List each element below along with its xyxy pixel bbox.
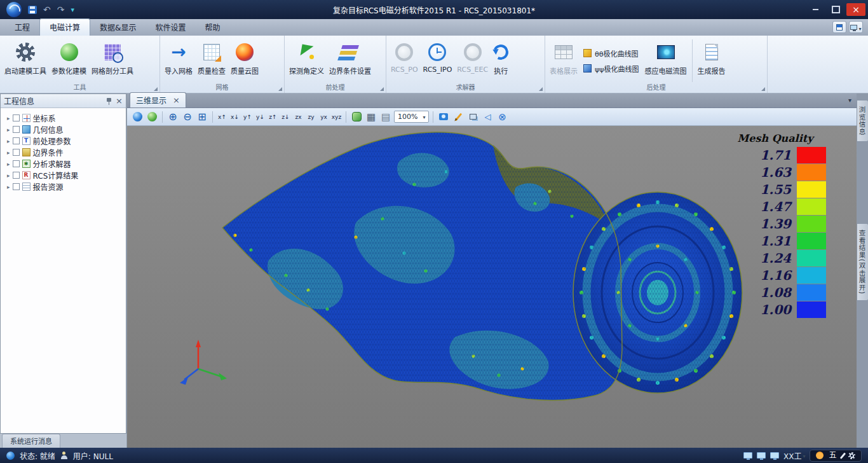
view-zx-button[interactable]: zx [293, 111, 304, 123]
psi-polarization-curve-button[interactable]: ψψ极化曲线图 [583, 64, 639, 74]
capture-icon[interactable] [437, 111, 450, 123]
tab-data-display[interactable]: 数据&显示 [90, 19, 146, 36]
display-icon[interactable] [770, 452, 779, 459]
mesh-partition-tool-button[interactable]: 网格剖分工具 [90, 38, 135, 83]
expand-arrow-icon[interactable] [7, 159, 10, 168]
browse-info-vertical-tab[interactable]: 浏览信息 [857, 100, 868, 142]
tab-settings[interactable]: 软件设置 [146, 19, 195, 36]
checkbox[interactable] [13, 160, 20, 167]
panel-toggle-icon[interactable] [832, 21, 846, 33]
wireframe-view-icon[interactable] [365, 111, 377, 123]
expand-arrow-icon[interactable] [7, 148, 10, 156]
ime-toolbar[interactable]: 五 [810, 450, 862, 462]
view-x-down-button[interactable]: x↓ [229, 111, 240, 123]
ribbon-group-label-postprocess: 后处理 [545, 83, 767, 93]
view-iso-button[interactable]: xyz [331, 111, 342, 123]
app-logo-icon[interactable] [6, 2, 22, 17]
export-view-icon[interactable] [481, 111, 494, 123]
view-results-vertical-tab[interactable]: 查看结果(双击展开) [857, 223, 868, 301]
tab-list-chevron-icon[interactable] [848, 93, 851, 105]
expand-arrow-icon[interactable] [7, 125, 10, 134]
orbit-icon[interactable] [131, 111, 144, 123]
minimize-button[interactable] [806, 3, 825, 16]
close-panel-icon[interactable] [116, 97, 123, 106]
left-column: 工程信息 坐标系 几何信息 [0, 93, 127, 448]
display-mode-icon[interactable] [849, 21, 863, 33]
view-z-down-button[interactable]: z↓ [280, 111, 291, 123]
tree-item-coordinate-system[interactable]: 坐标系 [2, 112, 125, 123]
view-zy-button[interactable]: zy [306, 111, 316, 123]
layers-icon[interactable] [466, 111, 479, 123]
tab-help[interactable]: 帮助 [195, 19, 229, 36]
checkbox[interactable] [13, 172, 20, 179]
tree-item-analysis-solver[interactable]: 分析求解器 [2, 158, 125, 169]
measure-pen-icon[interactable] [452, 111, 465, 123]
expand-arrow-icon[interactable] [7, 136, 10, 145]
launch-modeling-tool-button[interactable]: 启动建模工具 [3, 38, 48, 83]
import-mesh-button[interactable]: 导入网格 [163, 38, 194, 83]
checkbox[interactable] [13, 183, 20, 190]
tray-label[interactable]: XX工 [783, 450, 805, 461]
toolbar-separator [162, 111, 163, 123]
zoom-in-icon[interactable] [166, 111, 179, 123]
ime-pen-icon[interactable] [839, 452, 845, 459]
ime-mode-label[interactable]: 五 [829, 452, 836, 459]
undo-icon[interactable]: ↶ [43, 5, 51, 14]
induced-current-map-button[interactable]: 感应电磁流图 [643, 38, 689, 83]
zoom-window-icon[interactable] [196, 111, 208, 123]
display-icon[interactable] [757, 452, 766, 459]
execute-button[interactable]: 执行 [491, 38, 510, 83]
rcs-ipo-button[interactable]: RCS_IPO [421, 38, 454, 83]
checkbox[interactable] [13, 126, 20, 133]
legend-swatch [797, 181, 826, 198]
generate-report-button[interactable]: 生成报告 [696, 38, 728, 83]
toolbar-separator [212, 111, 213, 123]
system-message-tab[interactable]: 系统运行消息 [2, 434, 60, 448]
view-yx-button[interactable]: yx [318, 111, 329, 123]
quick-access-caret-icon[interactable]: ▾ [71, 6, 74, 14]
checkbox[interactable] [13, 149, 20, 156]
tab-project[interactable]: 工程 [5, 19, 39, 36]
tree-item-boundary-conditions[interactable]: 边界条件 [2, 146, 125, 158]
expand-arrow-icon[interactable] [7, 182, 10, 191]
view-z-up-button[interactable]: z↑ [268, 111, 278, 123]
view-y-down-button[interactable]: y↓ [255, 111, 266, 123]
zoom-out-icon[interactable] [181, 111, 194, 123]
view-x-up-button[interactable]: x↑ [217, 111, 227, 123]
quality-check-button[interactable]: 质量检查 [196, 38, 227, 83]
tree-item-preprocess-params[interactable]: 前处理参数 [2, 135, 125, 146]
quality-contour-button[interactable]: 质量云图 [229, 38, 261, 83]
save-icon[interactable] [28, 6, 37, 14]
checkbox[interactable] [13, 137, 20, 144]
redo-icon[interactable]: ↷ [57, 5, 65, 14]
parametric-modeling-button[interactable]: 参数化建模 [50, 38, 88, 83]
tree-item-report-resources[interactable]: 报告资源 [2, 181, 125, 192]
theta-polarization-curve-button[interactable]: θθ极化曲线图 [583, 48, 639, 59]
user-icon [60, 452, 68, 459]
3d-display-tab[interactable]: 三维显示 [130, 92, 186, 107]
maximize-button[interactable] [826, 3, 845, 16]
expand-arrow-icon[interactable] [7, 113, 10, 122]
close-button[interactable] [846, 3, 865, 16]
shaded-ball-icon[interactable] [146, 111, 158, 123]
close-tab-icon[interactable] [173, 96, 180, 105]
grid-view-icon[interactable] [379, 111, 392, 123]
close-view-icon[interactable] [496, 111, 508, 123]
display-icon[interactable] [743, 452, 752, 459]
tab-em-compute[interactable]: 电磁计算 [39, 18, 90, 36]
tree-item-geometry-info[interactable]: 几何信息 [2, 123, 125, 135]
probe-angle-button[interactable]: 探测角定义 [287, 38, 326, 83]
tree-item-rcs-results[interactable]: RCS计算结果 [2, 169, 125, 181]
blue-arrow-icon [171, 43, 186, 61]
legend-row: 1.31 [724, 232, 826, 249]
checkbox[interactable] [13, 114, 20, 121]
ime-logo-icon[interactable] [816, 452, 824, 459]
boundary-condition-button[interactable]: 边界条件设置 [327, 38, 373, 83]
ime-settings-icon[interactable] [848, 452, 855, 459]
zoom-select[interactable]: 100% [394, 111, 429, 123]
pin-icon[interactable] [106, 97, 112, 105]
view-y-up-button[interactable]: y↑ [242, 111, 253, 123]
3d-viewport[interactable]: Mesh Quality 1.71 1.63 1.55 1.47 1.39 1.… [127, 126, 857, 448]
expand-arrow-icon[interactable] [7, 170, 10, 179]
shaded-view-icon[interactable] [350, 111, 363, 123]
